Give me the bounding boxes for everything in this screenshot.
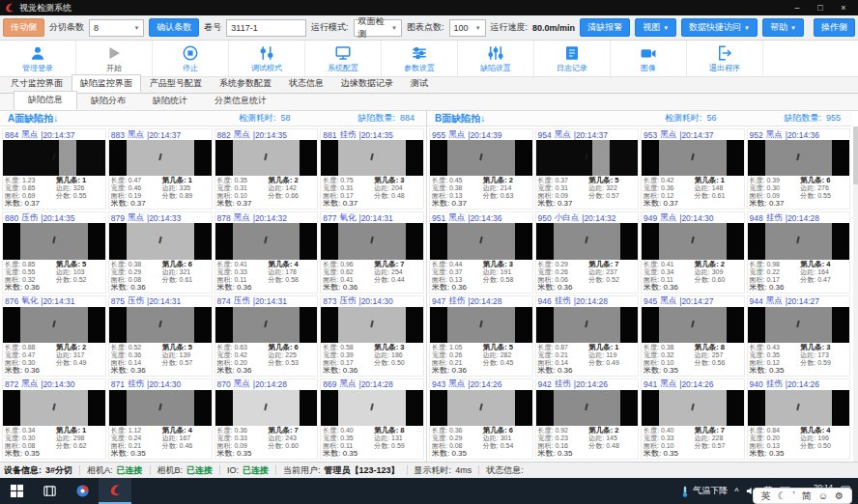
defect-cell[interactable]: 954黑点|20:14:37长度: 0.37宽度: 0.31面积: 0.09米数… bbox=[535, 128, 640, 210]
main-tab-6[interactable]: 边缘数据记录 bbox=[332, 74, 402, 93]
roll-no-input[interactable]: 3117-1 bbox=[226, 19, 306, 37]
defect-image[interactable] bbox=[642, 140, 744, 176]
help-menu-button[interactable]: 帮助▼ bbox=[762, 18, 804, 37]
defect-image[interactable] bbox=[748, 307, 850, 343]
confirm-count-button[interactable]: 确认条数 bbox=[149, 18, 199, 37]
defect-cell[interactable]: 875压伤|20:14:31长度: 0.52宽度: 0.36面积: 0.14米数… bbox=[108, 295, 213, 377]
slit-count-select[interactable]: 8▼ bbox=[89, 19, 144, 37]
ime-item-5[interactable]: ☺ bbox=[818, 491, 828, 501]
defect-cell[interactable]: 880压伤|20:14:35长度: 0.85宽度: 0.55面积: 0.32米数… bbox=[2, 211, 106, 293]
main-tab-2[interactable]: 缺陷监控界面 bbox=[72, 74, 141, 93]
defect-image[interactable] bbox=[215, 223, 318, 259]
defect-image[interactable] bbox=[321, 390, 423, 426]
defect-cell[interactable]: 945黑点|20:14:27长度: 0.38宽度: 0.32面积: 0.10米数… bbox=[641, 295, 745, 377]
defect-cell[interactable]: 944黑点|20:14:27长度: 0.43宽度: 0.35面积: 0.12米数… bbox=[747, 295, 851, 377]
weather-widget[interactable]: 气温下降 bbox=[680, 485, 728, 497]
main-tab-4[interactable]: 系统参数配置 bbox=[211, 74, 280, 93]
defect-image[interactable] bbox=[642, 307, 744, 343]
defect-cell[interactable]: 950小白点|20:14:32长度: 0.29宽度: 0.26面积: 0.06米… bbox=[535, 211, 640, 293]
operate-side-button[interactable]: 操作侧 bbox=[814, 18, 855, 37]
main-tab-3[interactable]: 产品型号配置 bbox=[141, 74, 211, 93]
defect-image[interactable] bbox=[215, 390, 318, 426]
toolbar-button-monitor[interactable]: 系统配置 bbox=[305, 41, 382, 76]
defect-image[interactable] bbox=[215, 140, 318, 176]
defect-cell[interactable]: 871挂伤|20:14:30长度: 1.12宽度: 0.24面积: 0.21米数… bbox=[108, 378, 213, 460]
defect-cell[interactable]: 873压伤|20:14:30长度: 0.58宽度: 0.39面积: 0.17米数… bbox=[320, 295, 424, 377]
defect-cell[interactable]: 879黑点|20:14:33长度: 0.38宽度: 0.29面积: 0.08米数… bbox=[108, 211, 213, 293]
run-mode-select[interactable]: 双面检测▼ bbox=[354, 19, 403, 37]
defect-image[interactable] bbox=[321, 140, 423, 176]
defect-cell[interactable]: 878黑点|20:14:32长度: 0.41宽度: 0.33面积: 0.11米数… bbox=[214, 211, 319, 293]
defect-cell[interactable]: 870黑点|20:14:28长度: 0.36宽度: 0.33面积: 0.09米数… bbox=[214, 378, 319, 460]
panel-title[interactable]: B面缺陷拍↓ bbox=[435, 112, 665, 126]
minimize-button[interactable]: – bbox=[786, 1, 808, 14]
defect-image[interactable] bbox=[215, 307, 318, 343]
defect-image[interactable] bbox=[430, 390, 532, 426]
defect-image[interactable] bbox=[430, 307, 532, 343]
defect-image[interactable] bbox=[321, 223, 423, 259]
tray-expand-caret[interactable]: ^ bbox=[734, 487, 738, 496]
defect-image[interactable] bbox=[109, 223, 212, 259]
defect-image[interactable] bbox=[321, 307, 423, 343]
sub-tab-2[interactable]: 缺陷分布 bbox=[77, 93, 139, 110]
main-tab-5[interactable]: 状态信息 bbox=[280, 74, 332, 93]
toolbar-button-debug-sliders[interactable]: 调试模式 bbox=[229, 41, 305, 76]
ime-item-4[interactable]: 简 bbox=[802, 491, 812, 501]
defect-image[interactable] bbox=[109, 390, 212, 426]
defect-cell[interactable]: 940挂伤|20:14:26长度: 0.84宽度: 0.20面积: 0.13米数… bbox=[747, 378, 851, 460]
task-view-button[interactable] bbox=[33, 478, 66, 504]
defect-image[interactable] bbox=[748, 140, 850, 176]
defect-cell[interactable]: 948挂伤|20:14:28长度: 0.98宽度: 0.22面积: 0.17米数… bbox=[747, 211, 851, 293]
defect-image[interactable] bbox=[3, 140, 105, 176]
defect-image[interactable] bbox=[642, 390, 744, 426]
defect-cell[interactable]: 869黑点|20:14:28长度: 0.40宽度: 0.35面积: 0.11米数… bbox=[320, 378, 424, 460]
defect-image[interactable] bbox=[430, 223, 532, 259]
sub-tab-4[interactable]: 分类信息统计 bbox=[201, 93, 280, 110]
defect-image[interactable] bbox=[536, 223, 639, 259]
taskbar-active-app-icon[interactable] bbox=[99, 478, 131, 504]
toolbar-button-user[interactable]: 管理登录 bbox=[0, 41, 76, 76]
defect-cell[interactable]: 877氧化|20:14:31长度: 0.96宽度: 0.62面积: 0.41米数… bbox=[320, 211, 424, 293]
defect-image[interactable] bbox=[748, 390, 850, 426]
defect-cell[interactable]: 955黑点|20:14:39长度: 0.45宽度: 0.38面积: 0.13米数… bbox=[429, 128, 533, 210]
toolbar-button-params-sliders[interactable]: 参数设置 bbox=[382, 41, 458, 76]
defect-cell[interactable]: 876氧化|20:14:31长度: 0.88宽度: 0.47面积: 0.30米数… bbox=[2, 295, 106, 377]
defect-cell[interactable]: 884黑点|20:14:37长度: 1.23宽度: 0.85面积: 0.69米数… bbox=[2, 128, 106, 210]
defect-cell[interactable]: 941黑点|20:14:26长度: 0.40宽度: 0.33面积: 0.10米数… bbox=[641, 378, 745, 460]
data-access-menu-button[interactable]: 数据快捷访问▼ bbox=[681, 18, 758, 37]
defect-cell[interactable]: 951黑点|20:14:36长度: 0.44宽度: 0.37面积: 0.13米数… bbox=[429, 211, 533, 293]
defect-cell[interactable]: 952黑点|20:14:36长度: 0.39宽度: 0.30面积: 0.09米数… bbox=[747, 128, 851, 210]
ime-item-6[interactable]: ⚙ bbox=[835, 491, 844, 501]
defect-image[interactable] bbox=[536, 140, 639, 176]
defect-cell[interactable]: 881挂伤|20:14:35长度: 0.75宽度: 0.31面积: 0.17米数… bbox=[320, 128, 424, 210]
defect-cell[interactable]: 942挂伤|20:14:26长度: 0.92宽度: 0.23面积: 0.16米数… bbox=[535, 378, 640, 460]
defect-image[interactable] bbox=[3, 307, 105, 343]
start-button[interactable] bbox=[0, 478, 33, 504]
toolbar-button-camera[interactable]: 图像 bbox=[611, 41, 687, 76]
defect-cell[interactable]: 946挂伤|20:14:28长度: 0.87宽度: 0.21面积: 0.14米数… bbox=[535, 295, 640, 377]
defect-cell[interactable]: 874压伤|20:14:31长度: 0.63宽度: 0.42面积: 0.20米数… bbox=[214, 295, 319, 377]
ime-item-2[interactable]: ☾ bbox=[778, 491, 786, 501]
chart-points-select[interactable]: 100▼ bbox=[449, 19, 486, 37]
ime-item-1[interactable]: 英 bbox=[761, 491, 771, 501]
toolbar-button-log[interactable]: 日志记录 bbox=[534, 41, 611, 76]
vertical-scrollbar[interactable] bbox=[853, 126, 858, 462]
maximize-button[interactable]: □ bbox=[810, 1, 831, 14]
defect-image[interactable] bbox=[3, 223, 105, 259]
defect-image[interactable] bbox=[109, 307, 212, 343]
defect-image[interactable] bbox=[536, 390, 639, 426]
defect-cell[interactable]: 883黑点|20:14:37长度: 0.47宽度: 0.46面积: 0.19米数… bbox=[108, 128, 213, 210]
view-menu-button[interactable]: 视图▼ bbox=[635, 18, 676, 37]
sub-tab-3[interactable]: 缺陷统计 bbox=[139, 93, 201, 110]
defect-image[interactable] bbox=[536, 307, 639, 343]
toolbar-button-defect-sliders[interactable]: 缺陷设置 bbox=[458, 41, 534, 76]
toolbar-button-stop[interactable]: 停止 bbox=[153, 41, 229, 76]
defect-cell[interactable]: 882黑点|20:14:35长度: 0.35宽度: 0.31面积: 0.10米数… bbox=[214, 128, 319, 210]
defect-cell[interactable]: 949黑点|20:14:30长度: 0.41宽度: 0.34面积: 0.11米数… bbox=[641, 211, 745, 293]
defect-cell[interactable]: 943黑点|20:14:26长度: 0.36宽度: 0.29面积: 0.08米数… bbox=[429, 378, 533, 460]
sub-tab-1[interactable]: 缺陷信息 bbox=[14, 91, 77, 110]
defect-image[interactable] bbox=[109, 140, 212, 176]
defect-image[interactable] bbox=[3, 390, 105, 426]
ime-item-3[interactable]: ’ bbox=[793, 491, 795, 501]
defect-image[interactable] bbox=[642, 223, 744, 259]
